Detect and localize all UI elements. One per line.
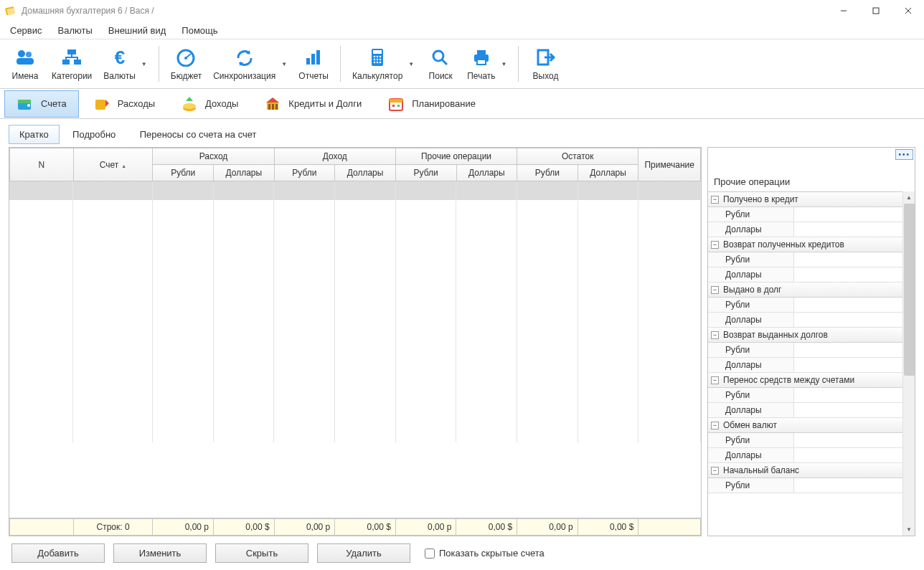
tab-expenses[interactable]: Расходы xyxy=(82,91,166,117)
scroll-up-icon[interactable]: ▲ xyxy=(903,191,915,204)
reports-button[interactable]: Отчеты xyxy=(293,44,334,84)
side-row[interactable]: Доллары xyxy=(708,403,902,418)
side-list[interactable]: −Получено в кредитРублиДоллары−Возврат п… xyxy=(708,191,902,536)
side-row[interactable]: Рубли xyxy=(708,298,902,313)
budget-button[interactable]: Бюджет xyxy=(165,44,207,84)
menu-view[interactable]: Внешний вид xyxy=(101,23,174,38)
side-row-value xyxy=(794,222,902,237)
col-n[interactable]: N xyxy=(10,148,74,181)
calculator-button[interactable]: Калькулятор ▼ xyxy=(346,44,420,84)
col-expense[interactable]: Расход xyxy=(153,148,274,165)
side-group-header[interactable]: −Перенос средств между счетами xyxy=(708,373,902,388)
collapse-icon[interactable]: − xyxy=(711,286,719,294)
footer-cell: 0,00 $ xyxy=(335,519,396,536)
side-row[interactable]: Рубли xyxy=(708,388,902,403)
col-income-rub[interactable]: Рубли xyxy=(274,165,335,181)
side-row[interactable]: Рубли xyxy=(708,207,902,222)
side-group-header[interactable]: −Обмен валют xyxy=(708,418,902,433)
side-row[interactable]: Рубли xyxy=(708,433,902,448)
tab-credits[interactable]: Кредиты и Долги xyxy=(253,91,373,117)
scroll-down-icon[interactable]: ▼ xyxy=(903,523,915,536)
col-income-usd[interactable]: Доллары xyxy=(335,165,396,181)
col-other[interactable]: Прочие операции xyxy=(395,148,517,165)
col-balance[interactable]: Остаток xyxy=(517,148,638,165)
search-button[interactable]: Поиск xyxy=(420,44,461,84)
table-row xyxy=(9,386,701,405)
panel-options-button[interactable]: ••• xyxy=(895,149,913,160)
collapse-icon[interactable]: − xyxy=(711,422,719,429)
col-other-usd[interactable]: Доллары xyxy=(456,165,517,181)
side-row-value xyxy=(794,252,902,267)
table-row xyxy=(9,368,701,386)
income-icon xyxy=(181,95,198,113)
side-row[interactable]: Доллары xyxy=(708,313,902,328)
delete-button[interactable]: Удалить xyxy=(317,543,410,563)
side-row[interactable]: Рубли xyxy=(708,343,902,358)
col-balance-usd[interactable]: Доллары xyxy=(578,165,638,181)
tab-income[interactable]: Доходы xyxy=(169,91,250,117)
subtab-brief[interactable]: Кратко xyxy=(9,125,60,144)
close-button[interactable] xyxy=(892,0,924,22)
collapse-icon[interactable]: − xyxy=(711,241,719,249)
svg-point-38 xyxy=(27,104,30,107)
collapse-icon[interactable]: − xyxy=(711,467,719,475)
col-income[interactable]: Доход xyxy=(274,148,395,165)
svg-point-29 xyxy=(380,62,382,64)
side-group-header[interactable]: −Получено в кредит xyxy=(708,192,902,207)
table-row[interactable] xyxy=(9,181,701,200)
col-other-rub[interactable]: Рубли xyxy=(395,165,456,181)
side-row[interactable]: Доллары xyxy=(708,222,902,237)
categories-button[interactable]: Категории xyxy=(46,44,98,84)
side-group-header[interactable]: −Выдано в долг xyxy=(708,282,902,298)
show-hidden-checkbox[interactable]: Показать скрытые счета xyxy=(425,548,544,559)
scrollbar[interactable]: ▲ ▼ xyxy=(902,191,915,536)
subtab-detailed[interactable]: Подробно xyxy=(62,125,126,144)
side-row[interactable]: Доллары xyxy=(708,358,902,373)
names-button[interactable]: Имена xyxy=(4,44,46,84)
menu-help[interactable]: Помощь xyxy=(174,23,225,38)
col-expense-usd[interactable]: Доллары xyxy=(214,165,275,181)
maximize-button[interactable] xyxy=(859,0,892,22)
tab-planning[interactable]: Планирование xyxy=(376,91,487,117)
side-group-header[interactable]: −Начальный баланс xyxy=(708,463,902,478)
svg-rect-34 xyxy=(477,60,486,65)
print-button[interactable]: Печать ▼ xyxy=(461,44,512,84)
print-icon xyxy=(471,47,492,68)
svg-rect-49 xyxy=(397,105,400,107)
exit-icon xyxy=(534,47,556,68)
col-note[interactable]: Примечание xyxy=(638,148,701,181)
side-row-key: Рубли xyxy=(708,478,794,493)
search-icon xyxy=(430,47,451,68)
svg-point-25 xyxy=(377,59,379,61)
side-row[interactable]: Рубли xyxy=(708,252,902,267)
menu-service[interactable]: Сервис xyxy=(3,23,50,38)
currencies-button[interactable]: € Валюты ▼ xyxy=(98,44,152,84)
collapse-icon[interactable]: − xyxy=(711,196,719,204)
col-expense-rub[interactable]: Рубли xyxy=(153,165,214,181)
collapse-icon[interactable]: − xyxy=(711,331,719,339)
side-row[interactable]: Доллары xyxy=(708,267,902,282)
subtab-transfers[interactable]: Переносы со счета на счет xyxy=(129,125,268,144)
add-button[interactable]: Добавить xyxy=(11,543,105,563)
chevron-down-icon: ▼ xyxy=(499,61,507,67)
side-row[interactable]: Рубли xyxy=(708,478,902,493)
scroll-thumb[interactable] xyxy=(904,204,915,376)
tab-accounts[interactable]: Счета xyxy=(4,90,79,118)
collapse-icon[interactable]: − xyxy=(711,376,719,384)
hide-button[interactable]: Скрыть xyxy=(215,543,308,563)
show-hidden-input[interactable] xyxy=(425,548,435,559)
menu-currencies[interactable]: Валюты xyxy=(51,23,100,38)
calendar-icon xyxy=(387,95,405,113)
exit-button[interactable]: Выход xyxy=(524,44,566,84)
col-balance-rub[interactable]: Рубли xyxy=(517,165,578,181)
svg-point-30 xyxy=(433,51,443,61)
side-group-header[interactable]: −Возврат полученных кредитов xyxy=(708,237,902,252)
sync-button[interactable]: Синхронизация ▼ xyxy=(207,44,293,84)
edit-button[interactable]: Изменить xyxy=(113,543,207,563)
side-group-header[interactable]: −Возврат выданных долгов xyxy=(708,328,902,343)
grid-body[interactable] xyxy=(9,181,701,518)
minimize-button[interactable] xyxy=(827,0,859,22)
table-row xyxy=(9,331,701,349)
side-row[interactable]: Доллары xyxy=(708,448,902,463)
col-account[interactable]: Счет xyxy=(73,148,153,181)
